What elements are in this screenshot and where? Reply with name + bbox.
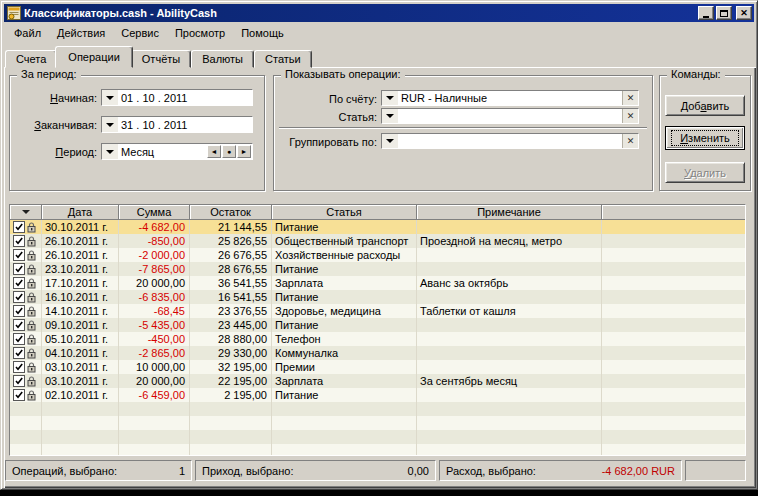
sum-cell: -5 435,00 — [119, 318, 190, 332]
clear-group-by-icon[interactable]: ✕ — [622, 134, 638, 148]
check-icon — [14, 222, 24, 232]
chevron-down-icon[interactable] — [382, 134, 398, 148]
period-field[interactable]: Месяц ◄ ● ► — [101, 143, 253, 160]
category-cell: Телефон — [272, 332, 417, 346]
empty-cell — [602, 374, 745, 388]
menu-item-file[interactable]: Файл — [6, 25, 49, 41]
lock-icon — [27, 306, 36, 317]
date-cell: 14.10.2011 г. — [42, 304, 119, 318]
menu-item-view[interactable]: Просмотр — [167, 25, 233, 41]
table-row[interactable]: 04.10.2011 г.-2 865,0029 330,00Коммуналк… — [10, 346, 745, 360]
chevron-down-icon[interactable] — [102, 117, 118, 132]
table-row[interactable]: 05.10.2011 г.-450,0028 880,00Телефон — [10, 332, 745, 346]
lock-icon — [27, 250, 36, 261]
table-row[interactable]: 03.10.2011 г.10 000,0032 195,00Премии — [10, 360, 745, 374]
filter-separator — [279, 127, 647, 129]
menu-item-service[interactable]: Сервис — [113, 25, 167, 41]
chevron-down-icon[interactable] — [382, 109, 398, 123]
row-checkbox[interactable] — [13, 249, 25, 261]
row-checkbox[interactable] — [13, 291, 25, 303]
start-date-label: Начиная: — [11, 92, 97, 104]
category-field[interactable]: ✕ — [381, 108, 639, 124]
note-cell: Проездной на месяц, метро — [417, 234, 602, 248]
add-button[interactable]: Добавить — [665, 95, 745, 116]
balance-cell: 26 676,55 — [190, 248, 272, 262]
row-checkbox[interactable] — [13, 263, 25, 275]
row-checkbox[interactable] — [13, 389, 25, 401]
note-cell — [417, 360, 602, 374]
start-date-value: 01 . 10 . 2011 — [121, 92, 187, 104]
column-header-date[interactable]: Дата — [42, 205, 119, 220]
balance-cell: 32 195,00 — [190, 360, 272, 374]
column-header-category[interactable]: Статья — [272, 205, 417, 220]
period-prev-button[interactable]: ◄ — [207, 145, 221, 158]
menu-item-actions[interactable]: Действия — [49, 25, 113, 41]
filter-icon — [22, 210, 30, 214]
row-checkbox[interactable] — [13, 347, 25, 359]
chevron-down-icon[interactable] — [102, 144, 118, 159]
column-header-sum[interactable]: Сумма — [119, 205, 190, 220]
row-checkbox[interactable] — [13, 361, 25, 373]
sum-cell: -2 865,00 — [119, 346, 190, 360]
table-row[interactable]: 26.10.2011 г.-850,0025 826,55Общественны… — [10, 234, 745, 248]
row-checkbox[interactable] — [13, 221, 25, 233]
minimize-button[interactable] — [698, 6, 714, 20]
menu-bar: Файл Действия Сервис Просмотр Помощь — [4, 22, 754, 43]
title-bar[interactable]: Классификаторы.cash - AbilityCash ✕ — [4, 4, 754, 22]
table-row[interactable]: 02.10.2011 г.-6 459,002 195,00Питание — [10, 388, 745, 402]
tab-accounts[interactable]: Счета — [5, 50, 57, 68]
row-checkbox[interactable] — [13, 375, 25, 387]
period-current-button[interactable]: ● — [222, 145, 236, 158]
sum-cell: -4 682,00 — [119, 220, 190, 234]
table-row[interactable]: 16.10.2011 г.-6 835,0016 541,55Питание — [10, 290, 745, 304]
row-checkbox[interactable] — [13, 305, 25, 317]
empty-cell — [602, 346, 745, 360]
sum-cell: -7 865,00 — [119, 262, 190, 276]
chevron-down-icon[interactable] — [382, 91, 398, 105]
commands-group-title: Команды: — [667, 68, 725, 80]
filter-column-header[interactable] — [10, 205, 42, 220]
empty-cell — [602, 318, 745, 332]
delete-button: Удалить — [665, 162, 745, 183]
category-cell: Питание — [272, 220, 417, 234]
menu-item-help[interactable]: Помощь — [233, 25, 292, 41]
tab-currencies[interactable]: Валюты — [191, 50, 254, 68]
group-by-field[interactable]: ✕ — [381, 133, 639, 149]
tab-reports[interactable]: Отчёты — [131, 50, 191, 68]
period-next-button[interactable]: ► — [237, 145, 251, 158]
edit-button[interactable]: Изменить — [665, 126, 745, 150]
row-checkbox[interactable] — [13, 235, 25, 247]
table-row[interactable]: 14.10.2011 г.-68,4523 376,55Здоровье, ме… — [10, 304, 745, 318]
clear-account-icon[interactable]: ✕ — [622, 91, 638, 105]
table-row[interactable]: 30.10.2011 г.-4 682,0021 144,55Питание — [10, 220, 745, 234]
tab-operations[interactable]: Операции — [55, 46, 132, 68]
table-row[interactable]: 17.10.2011 г.20 000,0036 541,55ЗарплатаА… — [10, 276, 745, 290]
column-header-balance[interactable]: Остаток — [190, 205, 272, 220]
window-title: Классификаторы.cash - AbilityCash — [24, 7, 696, 19]
row-checkbox[interactable] — [13, 319, 25, 331]
maximize-button[interactable] — [716, 6, 732, 20]
row-checkbox[interactable] — [13, 333, 25, 345]
table-row[interactable]: 26.10.2011 г.-2 000,0026 676,55Хозяйстве… — [10, 248, 745, 262]
operations-table[interactable]: Дата Сумма Остаток Статья Примечание 30.… — [9, 204, 746, 456]
chevron-down-icon[interactable] — [102, 90, 118, 105]
close-button[interactable]: ✕ — [736, 6, 752, 20]
table-row[interactable]: 23.10.2011 г.-7 865,0028 676,55Питание — [10, 262, 745, 276]
tab-categories[interactable]: Статьи — [254, 50, 312, 68]
end-date-field[interactable]: 31 . 10 . 2011 — [101, 116, 253, 133]
clear-category-icon[interactable]: ✕ — [622, 109, 638, 123]
column-header-note[interactable]: Примечание — [417, 205, 602, 220]
note-cell: Таблетки от кашля — [417, 304, 602, 318]
table-row[interactable]: 09.10.2011 г.-5 435,0023 445,00Питание — [10, 318, 745, 332]
date-cell: 17.10.2011 г. — [42, 276, 119, 290]
category-cell: Зарплата — [272, 374, 417, 388]
status-panel-operations: Операций, выбрано: 1 — [5, 460, 192, 481]
lock-icon — [27, 390, 36, 401]
account-field[interactable]: RUR - Наличные ✕ — [381, 90, 639, 106]
table-row[interactable]: 03.10.2011 г.20 000,0022 195,00ЗарплатаЗ… — [10, 374, 745, 388]
balance-cell: 23 445,00 — [190, 318, 272, 332]
note-cell: Аванс за октябрь — [417, 276, 602, 290]
row-flags-cell — [10, 248, 42, 262]
start-date-field[interactable]: 01 . 10 . 2011 — [101, 89, 253, 106]
row-checkbox[interactable] — [13, 277, 25, 289]
